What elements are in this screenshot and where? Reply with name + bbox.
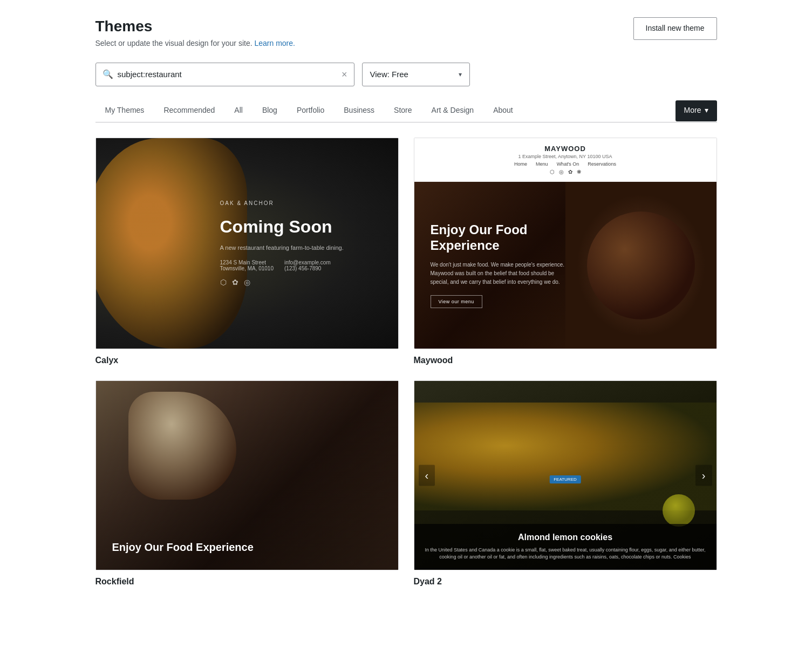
- maywood-nav-reservations: Reservations: [588, 161, 616, 167]
- maywood-nav-menu: Menu: [536, 161, 548, 167]
- tab-blog[interactable]: Blog: [253, 99, 287, 122]
- view-filter-label: View: Free: [370, 70, 408, 79]
- tab-more-button[interactable]: More ▾: [675, 100, 717, 121]
- maywood-nav-whatson: What's On: [557, 161, 579, 167]
- maywood-address: 1 Example Street, Anytown, NY 10100 USA: [425, 154, 706, 159]
- calyx-social-icons: ⬡ ✿ ◎: [220, 278, 344, 287]
- calyx-name: Calyx: [95, 356, 399, 365]
- food-decoration: [587, 212, 695, 319]
- maywood-extra-icon: ❋: [577, 169, 581, 175]
- rockfield-heading: Enjoy Our Food Experience: [112, 541, 254, 554]
- calyx-address-left: 1234 S Main Street Townsville, MA, 01010: [220, 260, 274, 271]
- rockfield-preview: Rockfield · Award-winning Restaurant in …: [96, 381, 398, 570]
- calyx-content: OAK & ANCHOR Coming Soon A new restauran…: [220, 200, 344, 287]
- calyx-brand-name: OAK & ANCHOR: [220, 200, 344, 206]
- calyx-heading: Coming Soon: [220, 217, 344, 237]
- theme-grid: OAK & ANCHOR Coming Soon A new restauran…: [95, 138, 717, 587]
- calyx-address: 1234 S Main Street Townsville, MA, 01010…: [220, 260, 344, 271]
- maywood-yelp-icon: ✿: [568, 169, 572, 175]
- dyad2-name: Dyad 2: [414, 577, 717, 587]
- dyad2-featured-badge: FEATURED: [549, 475, 581, 483]
- view-filter-dropdown[interactable]: View: Free ▾: [362, 63, 470, 86]
- dyad2-flowers-decoration: [414, 403, 717, 510]
- learn-more-link[interactable]: Learn more.: [254, 39, 295, 47]
- search-clear-icon[interactable]: ×: [342, 70, 347, 79]
- tab-all[interactable]: All: [224, 99, 253, 122]
- calyx-contact: info@example.com (123) 456-7890: [284, 260, 331, 271]
- facebook-icon: ⬡: [220, 278, 227, 287]
- theme-card-calyx[interactable]: OAK & ANCHOR Coming Soon A new restauran…: [95, 138, 399, 365]
- install-new-theme-button[interactable]: Install new theme: [633, 17, 717, 40]
- maywood-name: Maywood: [414, 356, 717, 365]
- dyad2-prev-arrow[interactable]: ‹: [419, 465, 435, 486]
- yelp-icon: ✿: [232, 278, 238, 287]
- search-box: 🔍 ×: [95, 63, 354, 86]
- calyx-street: 1234 S Main Street: [220, 260, 274, 265]
- maywood-nav-home: Home: [514, 161, 527, 167]
- calyx-thumbnail: OAK & ANCHOR Coming Soon A new restauran…: [95, 138, 399, 349]
- search-filter-row: 🔍 × View: Free ▾: [95, 63, 717, 86]
- rockfield-hero-content: Enjoy Our Food Experience: [112, 541, 254, 554]
- theme-card-dyad2[interactable]: Dyad 2 HOME A PARENT PAGE READABILITY IM…: [414, 380, 717, 587]
- maywood-fb-icon: ⬡: [550, 169, 555, 175]
- more-label: More: [684, 106, 701, 114]
- page-title: Themes: [95, 17, 295, 36]
- calyx-email: info@example.com: [284, 260, 331, 265]
- subtitle-text: Select or update the visual design for y…: [95, 39, 255, 47]
- calyx-phone: (123) 456-7890: [284, 265, 331, 271]
- page-subtitle: Select or update the visual design for y…: [95, 39, 295, 47]
- maywood-hero: Enjoy Our Food Experience We don't just …: [414, 182, 717, 349]
- maywood-thumbnail: MAYWOOD 1 Example Street, Anytown, NY 10…: [414, 138, 717, 349]
- search-icon: 🔍: [103, 69, 113, 79]
- theme-card-rockfield[interactable]: Rockfield · Award-winning Restaurant in …: [95, 380, 399, 587]
- maywood-ig-icon: ◎: [559, 169, 564, 175]
- maywood-cta-button[interactable]: View our menu: [431, 295, 482, 308]
- tab-portfolio[interactable]: Portfolio: [287, 99, 334, 122]
- maywood-hero-title: Enjoy Our Food Experience: [431, 222, 571, 254]
- title-block: Themes Select or update the visual desig…: [95, 17, 295, 47]
- calyx-city: Townsville, MA, 01010: [220, 265, 274, 271]
- maywood-brand: MAYWOOD: [425, 145, 706, 153]
- more-chevron-icon: ▾: [705, 106, 708, 114]
- dyad2-next-arrow[interactable]: ›: [695, 465, 712, 486]
- maywood-nav: Home Menu What's On Reservations: [425, 161, 706, 167]
- tab-recommended[interactable]: Recommended: [154, 99, 224, 122]
- tab-about[interactable]: About: [483, 99, 523, 122]
- tab-business[interactable]: Business: [334, 99, 384, 122]
- dyad2-thumbnail: Dyad 2 HOME A PARENT PAGE READABILITY IM…: [414, 380, 717, 570]
- maywood-social-icons: ⬡ ◎ ✿ ❋: [425, 169, 706, 175]
- maywood-hero-content: Enjoy Our Food Experience We don't just …: [431, 222, 571, 309]
- instagram-icon: ◎: [244, 278, 250, 287]
- maywood-food-image: [565, 182, 717, 349]
- page-container: Themes Select or update the visual desig…: [83, 0, 730, 604]
- tab-store[interactable]: Store: [384, 99, 421, 122]
- dyad2-post-card: Almond lemon cookies In the United State…: [414, 524, 717, 570]
- tab-my-themes[interactable]: My Themes: [95, 99, 154, 122]
- page-header: Themes Select or update the visual desig…: [95, 17, 717, 47]
- calyx-preview: OAK & ANCHOR Coming Soon A new restauran…: [96, 138, 398, 349]
- dyad2-preview: Dyad 2 HOME A PARENT PAGE READABILITY IM…: [414, 381, 717, 570]
- chevron-down-icon: ▾: [459, 71, 462, 78]
- nav-tabs: My Themes Recommended All Blog Portfolio…: [95, 99, 717, 122]
- dyad2-post-title: Almond lemon cookies: [425, 533, 706, 542]
- tab-art-design[interactable]: Art & Design: [422, 99, 484, 122]
- rockfield-name: Rockfield: [95, 577, 399, 587]
- dyad2-lemon-decoration: [663, 494, 695, 527]
- maywood-preview: MAYWOOD 1 Example Street, Anytown, NY 10…: [414, 138, 717, 349]
- maywood-hero-desc: We don't just make food. We make people'…: [431, 261, 571, 287]
- search-input[interactable]: [118, 70, 342, 79]
- rockfield-thumbnail: Rockfield · Award-winning Restaurant in …: [95, 380, 399, 570]
- theme-card-maywood[interactable]: MAYWOOD 1 Example Street, Anytown, NY 10…: [414, 138, 717, 365]
- maywood-header: MAYWOOD 1 Example Street, Anytown, NY 10…: [414, 138, 717, 182]
- dyad2-post-text: In the United States and Canada a cookie…: [425, 547, 706, 561]
- calyx-desc: A new restaurant featuring farm-to-table…: [220, 244, 344, 251]
